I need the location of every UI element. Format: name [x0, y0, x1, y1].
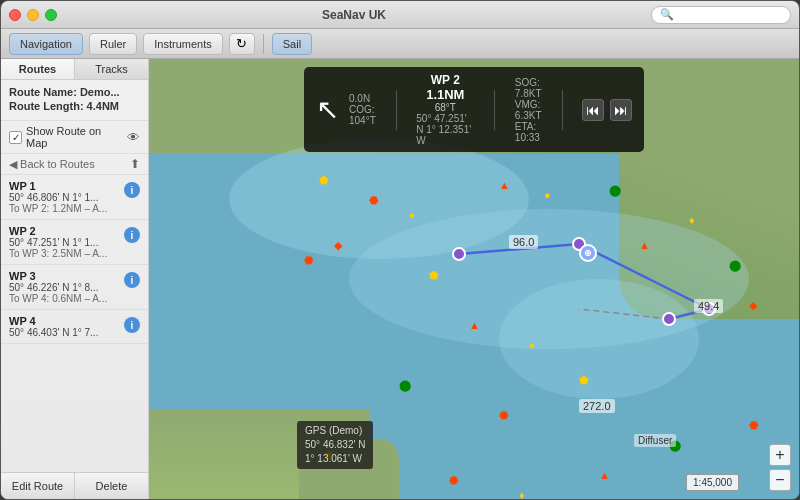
hud-dist-value: 1.1NM	[426, 87, 464, 102]
back-row: ◀ Back to Routes ⬆	[1, 154, 148, 175]
sail-button[interactable]: Sail	[272, 33, 312, 55]
hud-overlay: ↖ 0.0N COG: 104°T WP 2 1.1NM 68°T 50° 47…	[304, 67, 644, 152]
waypoint-item-3[interactable]: WP 3 50° 46.226' N 1° 8... To WP 4: 0.6N…	[1, 265, 148, 310]
eye-icon[interactable]: 👁	[127, 130, 140, 145]
show-route-row: ✓ Show Route on Map 👁	[1, 121, 148, 154]
tab-row: Routes Tracks	[1, 59, 148, 80]
toolbar: Navigation Ruler Instruments ↻ Sail	[1, 29, 799, 59]
bottom-buttons: Edit Route Delete	[1, 472, 148, 499]
zoom-out-button[interactable]: −	[769, 469, 791, 491]
gps-label: GPS (Demo)	[305, 424, 365, 438]
zoom-buttons: + −	[769, 444, 791, 491]
svg-line-0	[579, 309, 669, 319]
tab-tracks[interactable]: Tracks	[75, 59, 148, 79]
left-panel: Routes Tracks Route Name: Demo... Route …	[1, 59, 149, 499]
maximize-button[interactable]	[45, 9, 57, 21]
back-link[interactable]: ◀ Back to Routes	[9, 158, 95, 171]
dist-label-272: 272.0	[579, 399, 615, 413]
wp4-marker[interactable]	[662, 312, 676, 326]
delete-button[interactable]: Delete	[75, 473, 148, 499]
dist-label-49: 49.4	[694, 299, 723, 313]
dist-label-96: 96.0	[509, 235, 538, 249]
tab-routes[interactable]: Routes	[1, 59, 75, 79]
waypoint-item-4[interactable]: WP 4 50° 46.403' N 1° 7... i	[1, 310, 148, 344]
hud-prev-button[interactable]: ⏮	[582, 99, 604, 121]
share-icon[interactable]: ⬆	[130, 157, 140, 171]
wp-info-icon-2[interactable]: i	[124, 227, 140, 243]
hud-controls: ⏮ ⏭	[582, 99, 632, 121]
main-content: Routes Tracks Route Name: Demo... Route …	[1, 59, 799, 499]
ruler-button[interactable]: Ruler	[89, 33, 137, 55]
zoom-in-button[interactable]: +	[769, 444, 791, 466]
waypoint-item-1[interactable]: WP 1 50° 46.806' N 1° 1... To WP 2: 1.2N…	[1, 175, 148, 220]
boat-marker: ⊕	[579, 244, 597, 262]
wp1-marker[interactable]	[452, 247, 466, 261]
title-bar: SeaNav UK 🔍	[1, 1, 799, 29]
diffuser-label: Diffuser	[634, 434, 676, 447]
map-area[interactable]: 96.0 272.0 49.4 Diffuser ⊕ ⬟ ⬣ ♦ ▲ ● ⬤ ⬣…	[149, 59, 799, 499]
hud-coords: 50° 47.251' N 1° 12.351' W	[416, 113, 474, 146]
route-length-line: Route Length: 4.4NM	[9, 100, 140, 112]
waypoint-list: WP 1 50° 46.806' N 1° 1... To WP 2: 1.2N…	[1, 175, 148, 472]
hud-dist-label: 0.0N	[349, 93, 376, 104]
wp-info-icon-4[interactable]: i	[124, 317, 140, 333]
main-window: SeaNav UK 🔍 Navigation Ruler Instruments…	[0, 0, 800, 500]
wp-info-icon-3[interactable]: i	[124, 272, 140, 288]
route-name-line: Route Name: Demo...	[9, 86, 140, 98]
show-route-checkbox[interactable]: ✓	[9, 131, 22, 144]
wp-info-icon-1[interactable]: i	[124, 182, 140, 198]
waypoint-item-2[interactable]: WP 2 50° 47.251' N 1° 1... To WP 3: 2.5N…	[1, 220, 148, 265]
refresh-button[interactable]: ↻	[229, 33, 255, 55]
navigation-button[interactable]: Navigation	[9, 33, 83, 55]
minimize-button[interactable]	[27, 9, 39, 21]
route-info: Route Name: Demo... Route Length: 4.4NM	[1, 80, 148, 121]
scale-bar: 1:45,000	[686, 474, 739, 491]
edit-route-button[interactable]: Edit Route	[1, 473, 75, 499]
hud-next-button[interactable]: ⏭	[610, 99, 632, 121]
hud-eta-label: ETA: 10:33	[515, 121, 542, 143]
gps-lon: 1° 13.061' W	[305, 452, 365, 466]
hud-arrow: ↖	[316, 93, 339, 126]
instruments-button[interactable]: Instruments	[143, 33, 222, 55]
close-button[interactable]	[9, 9, 21, 21]
show-route-label: Show Route on Map	[26, 125, 123, 149]
hud-cog-label: COG: 104°T	[349, 104, 376, 126]
traffic-lights	[9, 9, 57, 21]
gps-bar: GPS (Demo) 50° 46.832' N 1° 13.061' W	[297, 421, 373, 469]
toolbar-separator	[263, 34, 264, 54]
hud-wp-section: WP 2 1.1NM 68°T 50° 47.251' N 1° 12.351'…	[416, 73, 474, 146]
gps-lat: 50° 46.832' N	[305, 438, 365, 452]
hud-bearing: 68°T	[435, 102, 456, 113]
hud-vmg-label: VMG: 6.3KT	[515, 99, 542, 121]
search-box[interactable]: 🔍	[651, 6, 791, 24]
hud-sog-label: SOG: 7.8KT	[515, 77, 542, 99]
hud-wp-label: WP 2	[431, 73, 460, 87]
hud-sog-section: SOG: 7.8KT VMG: 6.3KT ETA: 10:33	[515, 77, 542, 143]
window-title: SeaNav UK	[63, 8, 645, 22]
